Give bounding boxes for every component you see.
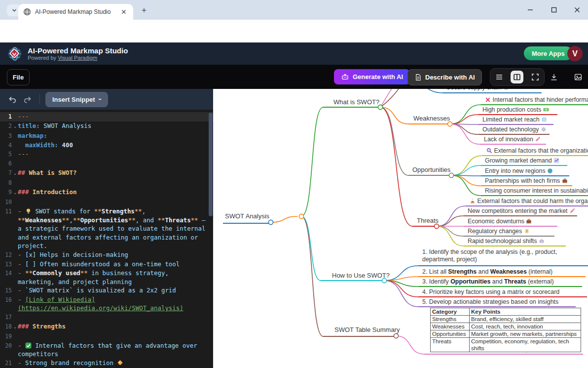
map-node-weak-2[interactable]: High production costs bbox=[482, 106, 549, 114]
line-gutter[interactable]: 13 bbox=[0, 260, 18, 269]
scrollbar-thumb[interactable] bbox=[209, 113, 213, 216]
undo-button[interactable] bbox=[6, 93, 19, 106]
line-gutter[interactable]: 12 bbox=[0, 250, 18, 260]
line-gutter[interactable]: 2› bbox=[0, 122, 18, 132]
scroll-icon bbox=[524, 228, 530, 234]
download-button[interactable] bbox=[548, 71, 560, 83]
map-node-what-is-swot[interactable]: What is SWOT? bbox=[333, 98, 379, 106]
line-gutter[interactable]: 11 bbox=[0, 207, 18, 250]
map-node-root[interactable]: SWOT Analysis bbox=[225, 212, 269, 220]
editor-line-8[interactable]: 8 bbox=[0, 178, 213, 188]
map-node-opp-2[interactable]: Growing market demand bbox=[485, 157, 559, 164]
code-editor[interactable]: 1---2›title: SWOT Analysis3markmap:4 max… bbox=[0, 110, 213, 368]
map-node-threats[interactable]: Threats bbox=[417, 217, 439, 224]
map-node-how-5[interactable]: 5. Develop actionable strategies based o… bbox=[422, 298, 558, 306]
editor-line-9[interactable]: 9›### Introduction bbox=[0, 188, 213, 198]
editor-line-14[interactable]: 14- **Commonly used** in business strate… bbox=[0, 269, 213, 286]
editor-line-1[interactable]: 1--- bbox=[0, 112, 213, 122]
editor-toolbar: Insert Snippet › bbox=[0, 89, 213, 110]
map-node-threat-1[interactable]: External factors that could harm the org… bbox=[470, 198, 588, 205]
editor-line-10[interactable]: 10 bbox=[0, 198, 213, 207]
map-node-how-1[interactable]: 1. Identify the scope of the analysis (e… bbox=[422, 248, 588, 263]
map-node-opp-4[interactable]: Partnerships with tech firms bbox=[485, 177, 568, 185]
editor-line-19[interactable]: 19 bbox=[0, 332, 213, 341]
line-gutter[interactable]: 15 bbox=[0, 286, 18, 295]
visual-paradigm-logo bbox=[6, 45, 23, 62]
visual-paradigm-link[interactable]: Visual Paradigm bbox=[58, 55, 97, 61]
editor-line-5[interactable]: 5--- bbox=[0, 150, 213, 159]
map-node-weak-4[interactable]: Outdated technology bbox=[482, 126, 547, 133]
map-node-how-2[interactable]: 2. List all Strengths and Weaknesses (in… bbox=[422, 268, 552, 276]
split-view-button[interactable] bbox=[511, 71, 523, 83]
window-close-button[interactable] bbox=[570, 4, 585, 15]
fullscreen-view-button[interactable] bbox=[529, 71, 542, 83]
fold-chevron-icon: › bbox=[12, 188, 18, 198]
editor-line-3[interactable]: 3markmap: bbox=[0, 131, 213, 141]
editor-only-view-button[interactable] bbox=[493, 71, 506, 83]
editor-line-16[interactable]: 16- [Link of Wikipedia](https://en.wikip… bbox=[0, 295, 213, 313]
line-gutter[interactable]: 14 bbox=[0, 269, 18, 286]
map-node-opp-5[interactable]: Rising consumer interest in sustainabili… bbox=[485, 187, 588, 195]
editor-line-13[interactable]: 13- [ ] Often misunderstood as a one-tim… bbox=[0, 260, 213, 269]
file-menu-button[interactable]: File bbox=[7, 69, 30, 85]
editor-line-18[interactable]: 18›### Strengths bbox=[0, 322, 213, 332]
account-avatar[interactable]: V bbox=[567, 46, 583, 61]
editor-line-17[interactable]: 17 bbox=[0, 313, 213, 322]
map-node-opp-3[interactable]: Entry into new regions bbox=[485, 167, 553, 175]
editor-line-7[interactable]: 7›## What is SWOT? bbox=[0, 168, 213, 179]
line-gutter[interactable]: 4 bbox=[0, 141, 18, 150]
editor-line-21[interactable]: 21- Strong brand recognition bbox=[0, 359, 213, 368]
map-node-how-to-use-swot[interactable]: How to Use SWOT? bbox=[332, 272, 390, 279]
describe-with-ai-button[interactable]: Describe with AI bbox=[407, 69, 482, 85]
editor-line-15[interactable]: 15- `SWOT matrix` is visualized as a 2x2… bbox=[0, 286, 213, 295]
editor-line-2[interactable]: 2›title: SWOT Analysis bbox=[0, 122, 213, 132]
map-node-threat-3[interactable]: Economic downturns bbox=[468, 218, 532, 225]
line-gutter[interactable]: 18› bbox=[0, 322, 18, 332]
map-node-opportunities[interactable]: Opportunities bbox=[412, 166, 450, 173]
line-gutter[interactable]: 1 bbox=[0, 112, 18, 122]
redo-button[interactable] bbox=[21, 93, 34, 106]
line-gutter[interactable]: 8 bbox=[0, 178, 18, 188]
editor-line-4[interactable]: 4 maxWidth: 400 bbox=[0, 141, 213, 150]
map-node-weak-1[interactable]: Internal factors that hinder performance bbox=[485, 96, 588, 104]
more-apps-button[interactable]: More Apps bbox=[524, 46, 573, 60]
map-node-threat-5[interactable]: Rapid technological shifts bbox=[468, 238, 545, 245]
map-node-secure-supply-chain[interactable]: Secure supply chain bbox=[446, 89, 509, 91]
line-gutter[interactable]: 19 bbox=[0, 332, 18, 341]
window-minimize-button[interactable] bbox=[523, 4, 538, 15]
map-node-opp-1[interactable]: External factors that the organization bbox=[486, 147, 588, 155]
line-gutter[interactable]: 16 bbox=[0, 295, 18, 313]
table-cell: Cost, reach, tech, innovation bbox=[470, 323, 581, 330]
map-node-weaknesses[interactable]: Weaknesses bbox=[413, 115, 450, 122]
line-gutter[interactable]: 17 bbox=[0, 313, 18, 322]
tab-close-icon[interactable] bbox=[119, 7, 128, 16]
siren-icon bbox=[470, 198, 476, 204]
mindmap-panel[interactable]: markmap + − ⌖ ▣ SWOT AnalysisWhat is SWO… bbox=[213, 89, 588, 368]
browser-tab[interactable]: AI-Powered Markmap Studio bbox=[18, 4, 133, 20]
line-gutter[interactable]: 5 bbox=[0, 150, 18, 159]
line-gutter[interactable]: 6 bbox=[0, 159, 18, 168]
line-gutter[interactable]: 9› bbox=[0, 188, 18, 198]
new-tab-button[interactable]: + bbox=[139, 5, 149, 15]
insert-snippet-button[interactable]: Insert Snippet › bbox=[45, 92, 108, 107]
editor-line-11[interactable]: 11- SWOT stands for **Strengths**, **Wea… bbox=[0, 207, 213, 250]
editor-line-20[interactable]: 20- Internal factors that give an advant… bbox=[0, 341, 213, 359]
editor-scrollbar[interactable] bbox=[209, 111, 213, 368]
line-gutter[interactable]: 10 bbox=[0, 198, 18, 207]
map-node-how-4[interactable]: 4. Prioritize key factors using a matrix… bbox=[422, 288, 559, 296]
map-node-threat-4[interactable]: Regulatory changes bbox=[468, 228, 530, 235]
line-gutter[interactable]: 3 bbox=[0, 131, 18, 141]
line-gutter[interactable]: 7› bbox=[0, 168, 18, 179]
map-node-weak-3[interactable]: Limited market reach bbox=[482, 116, 547, 123]
map-node-threat-2[interactable]: New competitors entering the market bbox=[468, 207, 575, 215]
line-gutter[interactable]: 21 bbox=[0, 359, 18, 368]
window-maximize-button[interactable] bbox=[547, 4, 561, 15]
map-node-how-3[interactable]: 3. Identify Opportunities and Threats (e… bbox=[422, 278, 554, 286]
editor-line-12[interactable]: 12- [x] Helps in decision-making bbox=[0, 250, 213, 260]
map-node-swot-table-summary[interactable]: SWOT Table Summary bbox=[334, 326, 400, 333]
export-image-button[interactable] bbox=[572, 71, 584, 83]
map-node-weak-5[interactable]: Lack of innovation bbox=[484, 136, 541, 143]
generate-with-ai-button[interactable]: Generate with AI bbox=[334, 69, 410, 84]
editor-line-6[interactable]: 6 bbox=[0, 159, 213, 168]
line-gutter[interactable]: 20 bbox=[0, 341, 18, 359]
